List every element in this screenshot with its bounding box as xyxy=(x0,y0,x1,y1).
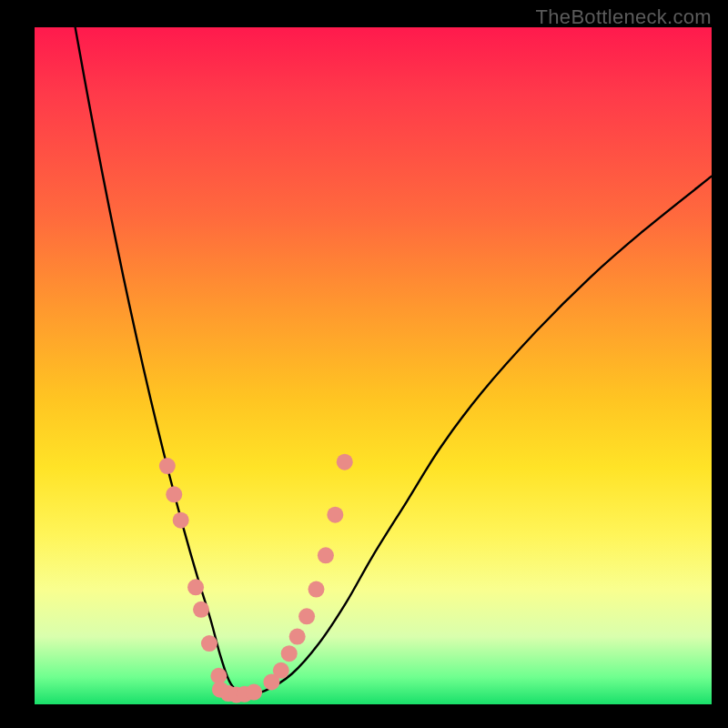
marker-dot xyxy=(337,454,353,470)
marker-dot xyxy=(289,629,306,645)
marker-dot xyxy=(201,635,217,652)
watermark-text: TheBottleneck.com xyxy=(536,5,712,29)
marker-dot xyxy=(298,608,315,624)
marker-dots xyxy=(159,454,353,703)
marker-dot xyxy=(193,602,209,618)
marker-dot xyxy=(173,512,189,529)
marker-dot xyxy=(318,547,334,563)
marker-dot xyxy=(273,662,289,679)
marker-dot xyxy=(246,684,262,701)
marker-dot xyxy=(166,486,182,502)
marker-dot xyxy=(187,579,204,595)
marker-dot xyxy=(327,507,343,523)
plot-area xyxy=(35,27,712,704)
curve-layer xyxy=(35,27,712,704)
marker-dot xyxy=(159,458,176,474)
marker-dot xyxy=(281,645,298,662)
chart-frame: TheBottleneck.com xyxy=(0,0,728,728)
marker-dot xyxy=(308,581,325,598)
bottleneck-curve xyxy=(76,27,712,694)
